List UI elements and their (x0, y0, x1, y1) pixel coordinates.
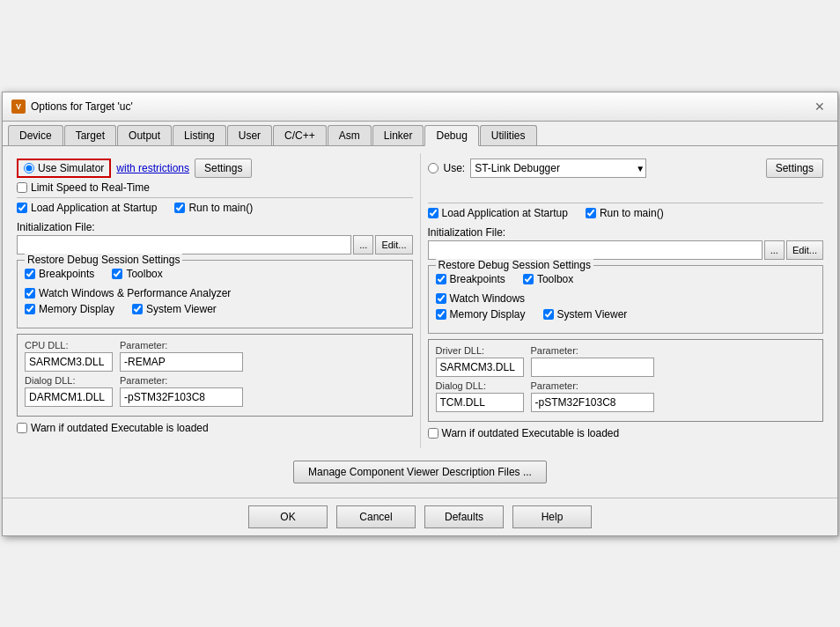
defaults-button[interactable]: Defaults (424, 505, 504, 528)
limit-speed-label: Limit Speed to Real-Time (31, 181, 150, 194)
manage-section: Manage Component Viewer Description File… (10, 457, 830, 487)
left-dll-section: CPU DLL: Parameter: Dialog DLL: (17, 334, 413, 417)
manage-cvd-button[interactable]: Manage Component Viewer Description File… (293, 461, 547, 483)
left-load-app-label: Load Application at Startup (31, 202, 157, 214)
left-warn-outdated-label: Warn if outdated Executable is loaded (31, 422, 209, 434)
right-warn-outdated-row: Warn if outdated Executable is loaded (428, 427, 824, 439)
right-driver-param-input[interactable] (531, 358, 654, 377)
right-load-app-checkbox[interactable] (428, 208, 438, 218)
right-dialog-dll-label: Dialog DLL: (436, 380, 524, 391)
limit-speed-checkbox[interactable] (17, 182, 27, 193)
left-restore-group: Restore Debug Session Settings Breakpoin… (17, 260, 413, 328)
left-column: Use Simulator with restrictions Settings… (10, 153, 421, 448)
ok-button[interactable]: OK (248, 505, 328, 528)
right-column: Use: ST-Link Debugger ▼ Settings (421, 153, 831, 448)
left-warn-outdated-checkbox[interactable] (17, 423, 27, 433)
dialog-window: V Options for Target 'uc' ✕ Device Targe… (2, 92, 838, 536)
left-run-to-main-label: Run to main() (188, 202, 253, 214)
tab-linker[interactable]: Linker (372, 125, 424, 145)
right-init-file-input[interactable] (428, 240, 763, 260)
left-init-file-label: Initialization File: (17, 221, 413, 233)
left-memory-display-checkbox[interactable] (25, 304, 35, 314)
right-dialog-param-label: Parameter: (531, 380, 654, 391)
with-restrictions-link[interactable]: with restrictions (116, 162, 189, 174)
debugger-select[interactable]: ST-Link Debugger (470, 159, 646, 178)
right-load-app-label: Load Application at Startup (442, 207, 568, 219)
left-dialog-param-input[interactable] (120, 387, 243, 407)
left-settings-button[interactable]: Settings (195, 159, 252, 178)
right-edit-button[interactable]: Edit... (786, 240, 823, 260)
left-system-viewer-label: System Viewer (146, 303, 217, 315)
use-simulator-box: Use Simulator (17, 159, 111, 178)
left-cpu-param-input[interactable] (120, 352, 243, 372)
right-watch-windows-label: Watch Windows (450, 292, 526, 305)
left-memory-display-label: Memory Display (39, 303, 114, 315)
left-cpu-dll-label: CPU DLL: (25, 340, 113, 350)
right-restore-group: Restore Debug Session Settings Breakpoin… (428, 265, 824, 334)
right-toolbox-label: Toolbox (537, 273, 573, 285)
right-system-viewer-checkbox[interactable] (543, 309, 554, 320)
two-column-layout: Use Simulator with restrictions Settings… (10, 153, 830, 448)
right-warn-outdated-checkbox[interactable] (428, 428, 438, 439)
right-load-run-row: Load Application at Startup Run to main(… (428, 207, 824, 223)
left-load-app-checkbox[interactable] (17, 203, 27, 213)
right-toolbox-checkbox[interactable] (523, 274, 534, 284)
left-edit-button[interactable]: Edit... (375, 235, 412, 254)
right-run-to-main-label: Run to main() (600, 207, 664, 219)
left-init-file-input[interactable] (17, 235, 351, 254)
left-restore-group-title: Restore Debug Session Settings (25, 254, 182, 266)
main-content: Use Simulator with restrictions Settings… (3, 146, 837, 498)
right-restore-group-title: Restore Debug Session Settings (436, 259, 593, 271)
debugger-dropdown-wrapper: ST-Link Debugger ▼ (470, 159, 646, 178)
left-warn-outdated-row: Warn if outdated Executable is loaded (17, 422, 413, 434)
right-dialog-dll-input[interactable] (436, 393, 524, 412)
right-dll-section: Driver DLL: Parameter: Dialog DLL: (428, 339, 824, 422)
right-settings-button[interactable]: Settings (766, 159, 823, 178)
help-button[interactable]: Help (512, 505, 592, 528)
right-run-to-main-checkbox[interactable] (586, 208, 596, 218)
right-dialog-param-input[interactable] (531, 393, 654, 412)
left-cpu-dll-input[interactable] (25, 352, 113, 372)
tab-device[interactable]: Device (8, 125, 63, 145)
left-init-file-row: ... Edit... (17, 235, 413, 254)
use-debugger-radio[interactable] (428, 163, 438, 173)
use-debugger-row: Use: ST-Link Debugger ▼ Settings (428, 159, 824, 178)
bottom-bar: OK Cancel Defaults Help (3, 498, 837, 535)
tab-debug[interactable]: Debug (424, 125, 478, 146)
use-simulator-radio[interactable] (24, 163, 34, 173)
spacer (428, 181, 824, 199)
left-run-to-main-checkbox[interactable] (174, 203, 185, 213)
tab-listing[interactable]: Listing (173, 125, 226, 145)
left-system-viewer-checkbox[interactable] (132, 304, 143, 314)
right-watch-windows-checkbox[interactable] (436, 293, 446, 304)
right-memory-display-label: Memory Display (450, 308, 526, 321)
left-toolbox-label: Toolbox (126, 268, 162, 280)
right-breakpoints-checkbox[interactable] (436, 274, 446, 284)
left-breakpoints-checkbox[interactable] (25, 269, 35, 279)
title-bar: V Options for Target 'uc' ✕ (3, 92, 837, 122)
left-watch-windows-checkbox[interactable] (25, 288, 35, 299)
close-button[interactable]: ✕ (811, 98, 829, 115)
right-memory-display-checkbox[interactable] (436, 309, 446, 320)
tab-target[interactable]: Target (64, 125, 116, 145)
tab-user[interactable]: User (227, 125, 272, 145)
right-init-file-label: Initialization File: (428, 226, 824, 239)
tab-utilities[interactable]: Utilities (480, 125, 537, 145)
limit-speed-row: Limit Speed to Real-Time (17, 181, 413, 194)
left-dialog-dll-input[interactable] (25, 387, 113, 407)
left-watch-windows-label: Watch Windows & Performance Analyzer (39, 287, 231, 299)
right-warn-outdated-label: Warn if outdated Executable is loaded (442, 427, 620, 439)
right-driver-dll-input[interactable] (436, 358, 524, 377)
left-browse-button[interactable]: ... (353, 235, 373, 254)
use-label: Use: (444, 162, 466, 174)
right-driver-param-label: Parameter: (531, 345, 654, 356)
window-title: Options for Target 'uc' (31, 100, 133, 113)
left-cpu-param-label: Parameter: (120, 340, 243, 350)
left-dialog-dll-label: Dialog DLL: (25, 375, 113, 386)
tab-asm[interactable]: Asm (328, 125, 372, 145)
tab-cpp[interactable]: C/C++ (273, 125, 327, 145)
right-browse-button[interactable]: ... (764, 240, 785, 260)
left-toolbox-checkbox[interactable] (112, 269, 122, 279)
cancel-button[interactable]: Cancel (336, 505, 416, 528)
tab-output[interactable]: Output (117, 125, 172, 145)
